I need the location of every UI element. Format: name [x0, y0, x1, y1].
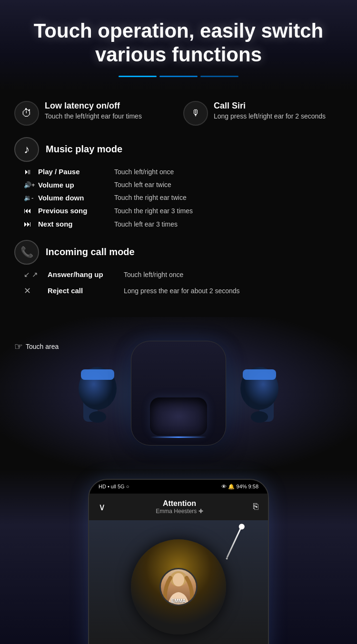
music-item-volume-down: 🔉- Volume down Touch the right ear twice — [24, 194, 343, 202]
phone-status-bar: HD • ull 5G ○ 👁 🔔 94% 9:58 — [89, 480, 268, 494]
vinyl-record: EMMA — [131, 539, 226, 634]
status-left: HD • ull 5G ○ — [99, 484, 129, 489]
call-siri-title: Call Siri — [214, 101, 326, 111]
header-section: Touch operation, easily switch various f… — [0, 0, 357, 91]
needle-head — [238, 523, 245, 530]
volume-down-action: Touch the right ear twice — [114, 194, 187, 201]
call-icon: 📞 — [14, 240, 39, 265]
earbuds-section: ☞ Touch area — [0, 317, 357, 469]
low-latency-feature: ⏱ Low latency on/off Touch the left/righ… — [14, 101, 174, 126]
low-latency-title: Low latency on/off — [45, 101, 142, 111]
svg-point-9 — [173, 573, 184, 586]
music-section-title: Music play mode — [46, 144, 122, 155]
earbuds-visual — [74, 327, 283, 460]
call-items-list: ↙ ↗ Answer/hang up Touch left/right once… — [14, 270, 343, 296]
next-song-icon: ⏭ — [24, 220, 38, 228]
artist-image: EMMA — [161, 569, 196, 604]
divider-bar-1 — [119, 76, 157, 77]
low-latency-icon: ⏱ — [14, 101, 39, 126]
play-pause-label: Play / Pause — [38, 168, 114, 176]
divider-bar-2 — [159, 76, 198, 77]
call-section: 📞 Incoming call mode ↙ ↗ Answer/hang up … — [14, 240, 343, 296]
phone-header: ∨ Attention Emma Heesters ✚ ⎘ — [89, 494, 268, 520]
answer-label: Answer/hang up — [48, 270, 124, 278]
previous-song-icon: ⏮ — [24, 207, 38, 215]
next-song-action: Touch left ear 3 times — [114, 220, 178, 228]
music-section: ♪ Music play mode ⏯ Play / Pause Touch l… — [14, 137, 343, 228]
svg-point-3 — [89, 411, 106, 423]
music-icon: ♪ — [14, 137, 39, 162]
music-item-next: ⏭ Next song Touch left ear 3 times — [24, 220, 343, 228]
svg-rect-2 — [81, 369, 114, 380]
play-pause-icon: ⏯ — [24, 168, 38, 176]
call-item-reject: ✕ Reject call Long press the ear for abo… — [24, 286, 343, 296]
needle-stick — [227, 527, 242, 558]
low-latency-text: Low latency on/off Touch the left/right … — [45, 101, 142, 121]
music-items-list: ⏯ Play / Pause Touch left/right once 🔊+ … — [14, 168, 343, 228]
play-pause-action: Touch left/right once — [114, 168, 174, 176]
charging-case — [131, 341, 226, 446]
volume-down-label: Volume down — [38, 194, 114, 202]
call-siri-feature: 🎙 Call Siri Long press left/right ear fo… — [183, 101, 343, 126]
top-features-row: ⏱ Low latency on/off Touch the left/righ… — [14, 101, 343, 126]
svg-point-7 — [251, 411, 268, 423]
volume-up-action: Touch left ear twice — [114, 181, 171, 188]
phone-mockup: HD • ull 5G ○ 👁 🔔 94% 9:58 ∨ Attention E… — [88, 479, 269, 644]
volume-down-icon: 🔉- — [24, 194, 38, 201]
status-right: 👁 🔔 94% 9:58 — [221, 484, 258, 490]
right-earbud-container — [236, 360, 283, 426]
low-latency-description: Touch the left/right ear four times — [45, 112, 142, 121]
song-artist: Emma Heesters ✚ — [106, 508, 253, 515]
needle-tip — [225, 557, 228, 559]
right-earbud-svg — [236, 360, 283, 426]
emma-label: EMMA — [171, 598, 186, 604]
svg-rect-6 — [243, 369, 276, 380]
reject-action: Long press the ear for about 2 seconds — [124, 287, 240, 295]
status-signal: HD • ull 5G ○ — [99, 484, 129, 489]
phone-body: EMMA — [89, 520, 268, 644]
previous-song-label: Previous song — [38, 207, 114, 215]
back-arrow-icon[interactable]: ∨ — [99, 501, 106, 513]
case-inner — [150, 397, 207, 436]
reject-icon: ✕ — [24, 286, 48, 296]
volume-up-icon: 🔊+ — [24, 181, 38, 188]
touch-area-label: ☞ Touch area — [14, 341, 59, 352]
call-section-header: 📞 Incoming call mode — [14, 240, 343, 265]
reject-label: Reject call — [48, 287, 124, 295]
header-divider — [14, 76, 343, 77]
touch-pointer-icon: ☞ — [14, 341, 23, 352]
next-song-label: Next song — [38, 220, 114, 228]
page-title: Touch operation, easily switch various f… — [14, 19, 343, 67]
call-item-answer: ↙ ↗ Answer/hang up Touch left/right once — [24, 270, 343, 279]
answer-action: Touch left/right once — [124, 271, 183, 278]
status-battery: 👁 🔔 94% 9:58 — [221, 484, 258, 490]
music-item-previous: ⏮ Previous song Touch the right ear 3 ti… — [24, 207, 343, 215]
call-siri-icon: 🎙 — [183, 101, 208, 126]
call-siri-description: Long press left/right ear for 2 seconds — [214, 112, 326, 121]
call-siri-text: Call Siri Long press left/right ear for … — [214, 101, 326, 121]
touch-area-text: Touch area — [26, 343, 59, 350]
song-title: Attention — [106, 499, 253, 508]
music-section-header: ♪ Music play mode — [14, 137, 343, 162]
answer-icon: ↙ ↗ — [24, 270, 48, 279]
left-earbud-svg — [74, 360, 121, 426]
needle-arm — [227, 527, 242, 558]
divider-bar-3 — [200, 76, 238, 77]
phone-section: HD • ull 5G ○ 👁 🔔 94% 9:58 ∨ Attention E… — [0, 469, 357, 644]
music-item-volume-up: 🔊+ Volume up Touch left ear twice — [24, 181, 343, 189]
previous-song-action: Touch the right ear 3 times — [114, 207, 193, 215]
content-section: ⏱ Low latency on/off Touch the left/righ… — [0, 91, 357, 317]
left-earbud-container — [74, 360, 121, 426]
volume-up-label: Volume up — [38, 181, 114, 189]
song-info: Attention Emma Heesters ✚ — [106, 499, 253, 515]
vinyl-center: EMMA — [159, 568, 198, 606]
music-item-play-pause: ⏯ Play / Pause Touch left/right once — [24, 168, 343, 176]
call-section-title: Incoming call mode — [46, 247, 135, 258]
share-icon[interactable]: ⎘ — [253, 502, 258, 512]
